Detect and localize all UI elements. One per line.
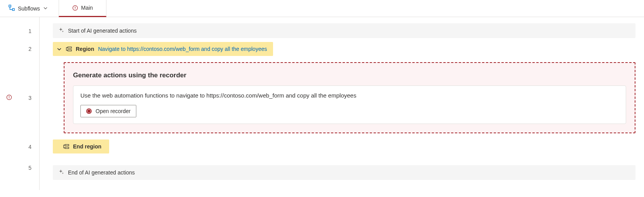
svg-rect-8 [68, 47, 71, 49]
flow-area: Start of AI generated actions Region Nav… [40, 17, 644, 190]
chevron-down-icon[interactable] [57, 47, 62, 52]
svg-rect-10 [65, 145, 69, 146]
recorder-placeholder: Generate actions using the recorder Use … [64, 62, 635, 133]
record-icon [86, 108, 92, 114]
open-recorder-button[interactable]: Open recorder [80, 105, 136, 117]
error-icon [6, 94, 12, 101]
svg-rect-11 [65, 147, 69, 149]
sparkle-icon [58, 27, 64, 34]
tab-main-label: Main [81, 5, 93, 11]
subflows-icon [9, 5, 15, 12]
action-row-recorder: Generate actions using the recorder Use … [53, 62, 635, 133]
tab-main[interactable]: Main [59, 0, 106, 17]
svg-rect-0 [9, 5, 11, 7]
sparkle-icon [58, 169, 64, 176]
action-row-region[interactable]: Region Navigate to https://contoso.com/w… [53, 42, 635, 56]
line-gutter: 1 2 3 4 5 [0, 17, 40, 190]
line-number: 2 [0, 39, 39, 59]
comment-text: End of AI generated actions [68, 169, 135, 176]
region-description: Navigate to https://contoso.com/web_form… [98, 46, 267, 52]
workspace: 1 2 3 4 5 Start of AI generated actions [0, 17, 644, 190]
svg-rect-1 [12, 9, 14, 10]
svg-point-7 [9, 98, 10, 99]
svg-point-4 [75, 9, 76, 9]
error-icon [72, 5, 78, 11]
recorder-description: Use the web automation functions to navi… [80, 92, 619, 99]
region-icon [66, 46, 72, 52]
subflows-label: Subflows [18, 5, 40, 12]
action-row-comment[interactable]: Start of AI generated actions [53, 23, 635, 38]
svg-rect-9 [68, 50, 71, 51]
open-recorder-label: Open recorder [96, 108, 131, 114]
line-number: 5 [0, 157, 39, 179]
line-number: 3 [0, 59, 39, 137]
tabs-bar: Subflows Main [0, 0, 644, 17]
region-icon [63, 144, 69, 149]
end-region-label: End region [73, 143, 101, 150]
subflows-dropdown[interactable]: Subflows [4, 0, 52, 17]
chevron-down-icon [43, 5, 48, 12]
comment-text: Start of AI generated actions [68, 28, 137, 34]
recorder-inner: Use the web automation functions to navi… [73, 85, 626, 124]
recorder-title: Generate actions using the recorder [73, 71, 626, 79]
action-row-comment[interactable]: End of AI generated actions [53, 165, 635, 180]
region-label: Region [76, 46, 94, 52]
action-row-end-region[interactable]: End region [53, 139, 635, 153]
line-number: 4 [0, 137, 39, 157]
line-number: 1 [0, 23, 39, 39]
